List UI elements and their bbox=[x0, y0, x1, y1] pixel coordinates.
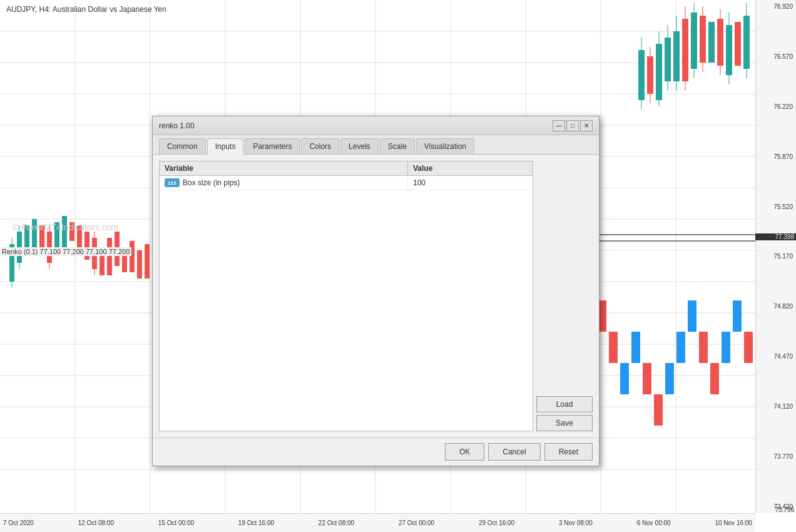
tab-levels[interactable]: Levels bbox=[340, 138, 379, 154]
tab-scale[interactable]: Scale bbox=[380, 138, 415, 154]
minimize-button[interactable]: — bbox=[553, 120, 565, 131]
tab-colors[interactable]: Colors bbox=[301, 138, 339, 154]
maximize-button[interactable]: □ bbox=[566, 120, 579, 131]
dialog-titlebar[interactable]: renko 1.00 — □ ✕ bbox=[153, 116, 599, 135]
reset-button[interactable]: Reset bbox=[544, 443, 593, 461]
dialog-content: Variable Value 123 Box size (in pips) 10… bbox=[153, 155, 599, 437]
dialog-controls: — □ ✕ bbox=[553, 120, 593, 131]
type-badge: 123 bbox=[165, 178, 180, 187]
tab-parameters[interactable]: Parameters bbox=[245, 138, 300, 154]
value-cell[interactable]: 100 bbox=[407, 176, 533, 190]
header-value: Value bbox=[407, 161, 533, 175]
dialog-title: renko 1.00 bbox=[159, 121, 553, 130]
table-area: Variable Value 123 Box size (in pips) 10… bbox=[159, 161, 593, 431]
save-button[interactable]: Save bbox=[536, 415, 593, 431]
cancel-button[interactable]: Cancel bbox=[488, 443, 540, 461]
header-variable: Variable bbox=[160, 161, 407, 175]
tab-inputs[interactable]: Inputs bbox=[207, 138, 244, 155]
dialog-window: renko 1.00 — □ ✕ Common Inputs Parameter… bbox=[152, 116, 600, 466]
table-row[interactable]: 123 Box size (in pips) 100 bbox=[160, 176, 533, 190]
dialog-footer: OK Cancel Reset bbox=[153, 437, 599, 466]
side-buttons: Load Save bbox=[536, 161, 593, 431]
table-header: Variable Value bbox=[160, 161, 533, 176]
variable-name: Box size (in pips) bbox=[183, 178, 240, 187]
tab-common[interactable]: Common bbox=[159, 138, 206, 154]
tab-bar: Common Inputs Parameters Colors Levels S… bbox=[153, 135, 599, 155]
close-button[interactable]: ✕ bbox=[580, 120, 593, 131]
ok-button[interactable]: OK bbox=[445, 443, 484, 461]
tab-visualization[interactable]: Visualization bbox=[416, 138, 474, 154]
variable-cell: 123 Box size (in pips) bbox=[160, 176, 407, 190]
input-table: Variable Value 123 Box size (in pips) 10… bbox=[159, 161, 533, 431]
dialog-overlay: renko 1.00 — □ ✕ Common Inputs Parameter… bbox=[0, 0, 796, 532]
load-button[interactable]: Load bbox=[536, 396, 593, 412]
